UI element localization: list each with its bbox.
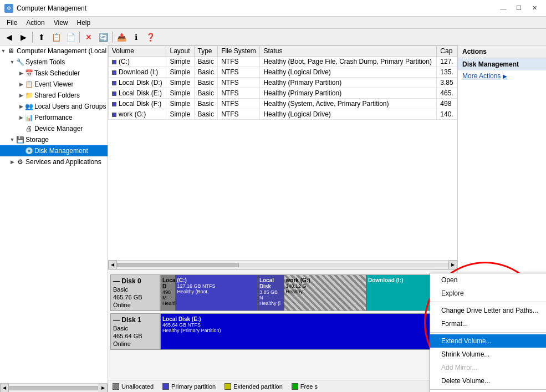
ctx-sep-2 bbox=[430, 332, 546, 333]
toolbar-refresh[interactable]: 🔄 bbox=[96, 30, 110, 44]
context-menu: Open Explore Change Drive Letter and Pat… bbox=[430, 273, 546, 392]
toolbar-btn2[interactable]: 📄 bbox=[64, 30, 77, 44]
ctx-format[interactable]: Format... bbox=[430, 317, 546, 330]
toolbar: ◀ ▶ ⬆ 📋 📄 ✕ 🔄 📤 ℹ ❓ bbox=[0, 29, 546, 45]
table-row[interactable]: work (G:) SimpleBasicNTFS Healthy (Logic… bbox=[109, 109, 457, 120]
toolbar-stop[interactable]: ✕ bbox=[82, 30, 95, 44]
col-type[interactable]: Type bbox=[194, 46, 218, 57]
disk-table: Volume Layout Type File System Status Ca… bbox=[108, 45, 457, 120]
table-row[interactable]: Local Disk (E:) SimpleBasicNTFS Healthy … bbox=[109, 88, 457, 99]
tree-storage[interactable]: ▼ 💾 Storage bbox=[0, 134, 108, 145]
h-scrollbar[interactable]: ◀ ▶ bbox=[108, 260, 457, 269]
left-hscrollbar[interactable]: ◀ ▶ bbox=[0, 383, 108, 392]
tree-area: ▼ 🖥 Computer Management (Local ▼ 🔧 Syste… bbox=[0, 45, 108, 383]
window-title: Computer Management bbox=[17, 4, 86, 12]
toolbar-up[interactable]: ⬆ bbox=[35, 30, 48, 44]
toolbar-back[interactable]: ◀ bbox=[2, 30, 16, 44]
minimize-button[interactable]: — bbox=[496, 1, 511, 16]
tree-system-tools[interactable]: ▼ 🔧 System Tools bbox=[0, 57, 108, 68]
table-row[interactable]: (C:) SimpleBasicNTFS Healthy (Boot, Page… bbox=[109, 57, 457, 67]
toolbar-export[interactable]: 📤 bbox=[115, 30, 128, 44]
col-layout[interactable]: Layout bbox=[166, 46, 194, 57]
scroll-thumb[interactable] bbox=[9, 386, 98, 390]
toolbar-properties[interactable]: ℹ bbox=[129, 30, 142, 44]
disk-0-partitions: Local D 498 M Health (C:) 127.16 GB NTFS… bbox=[160, 274, 455, 311]
disk-1-partitions: Local Disk (E:) 465.64 GB NTFS Healthy (… bbox=[160, 313, 455, 350]
toolbar-show-hide[interactable]: 📋 bbox=[49, 30, 63, 44]
title-bar: ⚙ Computer Management — ☐ ✕ bbox=[0, 0, 546, 17]
ctx-add-mirror: Add Mirror... bbox=[430, 361, 546, 374]
disk-visual-area: — Disk 0 Basic 465.76 GB Online Local D … bbox=[108, 269, 457, 380]
col-filesystem[interactable]: File System bbox=[218, 46, 260, 57]
tree-local-users[interactable]: ▶ 👥 Local Users and Groups bbox=[0, 101, 108, 112]
toolbar-help[interactable]: ❓ bbox=[144, 30, 157, 44]
tree-services[interactable]: ▶ ⚙ Services and Applications bbox=[0, 156, 108, 167]
tree-device-manager[interactable]: 🖨 Device Manager bbox=[0, 123, 108, 134]
menu-file[interactable]: File bbox=[2, 18, 22, 28]
partition-unalloc[interactable]: Local D 498 M Health bbox=[161, 275, 176, 310]
tree-event-viewer[interactable]: ▶ 📋 Event Viewer bbox=[0, 79, 108, 90]
ctx-extend-volume[interactable]: Extend Volume... bbox=[430, 334, 546, 348]
menu-bar: File Action View Help bbox=[0, 17, 546, 29]
ctx-shrink-volume[interactable]: Shrink Volume... bbox=[430, 348, 546, 361]
table-row[interactable]: Download (I:) SimpleBasicNTFS Healthy (L… bbox=[109, 67, 457, 78]
main-layout: ▼ 🖥 Computer Management (Local ▼ 🔧 Syste… bbox=[0, 45, 546, 392]
partition-e[interactable]: Local Disk (E:) 465.64 GB NTFS Healthy (… bbox=[161, 314, 455, 349]
actions-section-header: Disk Management bbox=[458, 58, 546, 70]
hscroll-left[interactable]: ◀ bbox=[108, 261, 117, 269]
app-icon: ⚙ bbox=[4, 4, 13, 13]
table-area: Volume Layout Type File System Status Ca… bbox=[108, 45, 457, 260]
scroll-left-btn[interactable]: ◀ bbox=[0, 384, 9, 393]
tree-performance[interactable]: ▶ 📊 Performance bbox=[0, 112, 108, 123]
ctx-delete-volume[interactable]: Delete Volume... bbox=[430, 374, 546, 388]
disk-0-info: — Disk 0 Basic 465.76 GB Online bbox=[110, 274, 160, 311]
table-row[interactable]: Local Disk (F:) SimpleBasicNTFS Healthy … bbox=[109, 99, 457, 109]
ctx-open[interactable]: Open bbox=[430, 273, 546, 287]
action-more-actions[interactable]: More Actions ▶ bbox=[458, 70, 546, 82]
disk-1-row: — Disk 1 Basic 465.64 GB Online Local Di… bbox=[110, 313, 455, 350]
toolbar-forward[interactable]: ▶ bbox=[17, 30, 30, 44]
left-panel: ▼ 🖥 Computer Management (Local ▼ 🔧 Syste… bbox=[0, 45, 108, 392]
partition-d[interactable]: Local Disk 3.85 GB N Healthy (l bbox=[258, 275, 284, 310]
table-row[interactable]: Local Disk (D:) SimpleBasicNTFS Healthy … bbox=[109, 78, 457, 88]
col-volume[interactable]: Volume bbox=[109, 46, 166, 57]
tree-shared-folders[interactable]: ▶ 📁 Shared Folders bbox=[0, 90, 108, 101]
menu-help[interactable]: Help bbox=[73, 18, 95, 28]
ctx-change-drive[interactable]: Change Drive Letter and Paths... bbox=[430, 304, 546, 317]
partition-g[interactable]: work (G:) 140.12 G Healthy bbox=[284, 275, 366, 310]
tree-root[interactable]: ▼ 🖥 Computer Management (Local bbox=[0, 45, 108, 57]
menu-view[interactable]: View bbox=[49, 18, 73, 28]
legend-extended: Extended partition bbox=[224, 383, 283, 390]
col-cap[interactable]: Cap bbox=[437, 46, 457, 57]
ctx-sep-1 bbox=[430, 302, 546, 302]
hscroll-track[interactable] bbox=[117, 263, 448, 267]
hscroll-right[interactable]: ▶ bbox=[448, 261, 457, 269]
disk-1-info: — Disk 1 Basic 465.64 GB Online bbox=[110, 313, 160, 350]
legend-unallocated: Unallocated bbox=[113, 383, 154, 390]
scroll-right-btn[interactable]: ▶ bbox=[99, 384, 108, 393]
partition-c[interactable]: (C:) 127.16 GB NTFS Healthy (Boot, bbox=[176, 275, 258, 310]
legend-free: Free s bbox=[292, 383, 318, 390]
menu-action[interactable]: Action bbox=[22, 18, 49, 28]
close-button[interactable]: ✕ bbox=[527, 1, 542, 16]
right-panel: Volume Layout Type File System Status Ca… bbox=[108, 45, 457, 392]
maximize-button[interactable]: ☐ bbox=[512, 1, 526, 16]
ctx-sep-3 bbox=[430, 389, 546, 390]
col-status[interactable]: Status bbox=[260, 46, 437, 57]
ctx-explore[interactable]: Explore bbox=[430, 287, 546, 300]
legend-bar: Unallocated Primary partition Extended p… bbox=[108, 380, 457, 392]
tree-disk-management[interactable]: 💿 Disk Management bbox=[0, 145, 108, 156]
disk-0-row: — Disk 0 Basic 465.76 GB Online Local D … bbox=[110, 274, 455, 311]
hscroll-thumb[interactable] bbox=[117, 263, 239, 267]
legend-primary: Primary partition bbox=[162, 383, 216, 390]
actions-header: Actions bbox=[458, 45, 546, 58]
tree-task-scheduler[interactable]: ▶ 📅 Task Scheduler bbox=[0, 68, 108, 79]
more-actions-arrow: ▶ bbox=[503, 73, 507, 79]
